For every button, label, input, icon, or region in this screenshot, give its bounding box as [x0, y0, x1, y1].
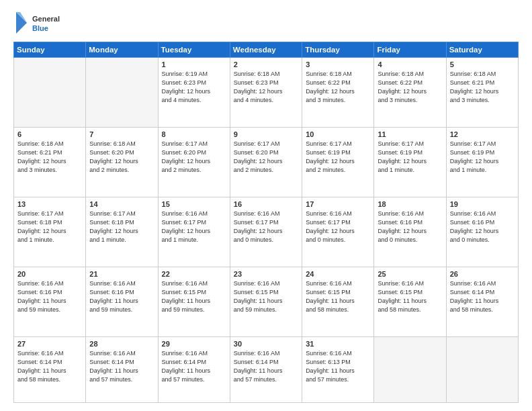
day-number: 31	[306, 340, 370, 348]
day-number: 30	[234, 340, 298, 348]
day-number: 8	[162, 130, 226, 138]
svg-text:General: General	[32, 15, 60, 23]
day-number: 13	[17, 200, 82, 208]
day-info: Sunrise: 6:16 AM Sunset: 6:13 PM Dayligh…	[306, 349, 370, 384]
day-info: Sunrise: 6:16 AM Sunset: 6:15 PM Dayligh…	[234, 279, 298, 314]
page-header: General Blue	[13, 11, 519, 35]
day-number: 19	[450, 200, 515, 208]
day-info: Sunrise: 6:18 AM Sunset: 6:23 PM Dayligh…	[234, 70, 298, 105]
day-info: Sunrise: 6:17 AM Sunset: 6:19 PM Dayligh…	[450, 140, 515, 175]
calendar-cell: 25Sunrise: 6:16 AM Sunset: 6:15 PM Dayli…	[374, 267, 446, 337]
day-info: Sunrise: 6:18 AM Sunset: 6:21 PM Dayligh…	[450, 70, 515, 105]
calendar-cell: 14Sunrise: 6:17 AM Sunset: 6:18 PM Dayli…	[86, 197, 158, 267]
day-info: Sunrise: 6:16 AM Sunset: 6:14 PM Dayligh…	[89, 349, 154, 384]
calendar-cell	[446, 337, 518, 403]
calendar-week-row: 1Sunrise: 6:19 AM Sunset: 6:23 PM Daylig…	[14, 58, 519, 128]
day-info: Sunrise: 6:16 AM Sunset: 6:17 PM Dayligh…	[306, 210, 370, 244]
calendar-cell: 12Sunrise: 6:17 AM Sunset: 6:19 PM Dayli…	[446, 128, 518, 197]
day-number: 29	[162, 340, 226, 348]
calendar-cell: 19Sunrise: 6:16 AM Sunset: 6:16 PM Dayli…	[446, 197, 518, 267]
day-number: 17	[306, 200, 370, 208]
day-info: Sunrise: 6:17 AM Sunset: 6:18 PM Dayligh…	[17, 210, 82, 244]
day-info: Sunrise: 6:19 AM Sunset: 6:23 PM Dayligh…	[162, 70, 226, 105]
calendar-cell: 2Sunrise: 6:18 AM Sunset: 6:23 PM Daylig…	[230, 58, 302, 128]
calendar-cell: 3Sunrise: 6:18 AM Sunset: 6:22 PM Daylig…	[302, 58, 374, 128]
calendar-cell: 18Sunrise: 6:16 AM Sunset: 6:16 PM Dayli…	[374, 197, 446, 267]
calendar-cell: 13Sunrise: 6:17 AM Sunset: 6:18 PM Dayli…	[14, 197, 86, 267]
weekday-header-thursday: Thursday	[302, 42, 374, 58]
day-number: 21	[89, 270, 154, 278]
calendar-cell: 29Sunrise: 6:16 AM Sunset: 6:14 PM Dayli…	[158, 337, 230, 403]
day-info: Sunrise: 6:16 AM Sunset: 6:17 PM Dayligh…	[234, 210, 298, 244]
day-number: 11	[378, 130, 442, 138]
calendar-cell: 30Sunrise: 6:16 AM Sunset: 6:14 PM Dayli…	[230, 337, 302, 403]
calendar-cell: 4Sunrise: 6:18 AM Sunset: 6:22 PM Daylig…	[374, 58, 446, 128]
calendar-cell: 1Sunrise: 6:19 AM Sunset: 6:23 PM Daylig…	[158, 58, 230, 128]
day-number: 25	[378, 270, 442, 278]
day-number: 10	[306, 130, 370, 138]
day-info: Sunrise: 6:18 AM Sunset: 6:22 PM Dayligh…	[306, 70, 370, 105]
day-info: Sunrise: 6:17 AM Sunset: 6:20 PM Dayligh…	[162, 140, 226, 175]
calendar-cell	[86, 58, 158, 128]
calendar-cell: 8Sunrise: 6:17 AM Sunset: 6:20 PM Daylig…	[158, 128, 230, 197]
calendar-cell: 22Sunrise: 6:16 AM Sunset: 6:15 PM Dayli…	[158, 267, 230, 337]
calendar-cell: 28Sunrise: 6:16 AM Sunset: 6:14 PM Dayli…	[86, 337, 158, 403]
day-info: Sunrise: 6:16 AM Sunset: 6:14 PM Dayligh…	[450, 279, 515, 314]
day-info: Sunrise: 6:17 AM Sunset: 6:19 PM Dayligh…	[306, 140, 370, 175]
day-number: 12	[450, 130, 515, 138]
day-number: 15	[162, 200, 226, 208]
day-info: Sunrise: 6:18 AM Sunset: 6:21 PM Dayligh…	[17, 140, 82, 175]
day-info: Sunrise: 6:16 AM Sunset: 6:16 PM Dayligh…	[378, 210, 442, 244]
day-number: 24	[306, 270, 370, 278]
calendar-body: 1Sunrise: 6:19 AM Sunset: 6:23 PM Daylig…	[14, 58, 519, 403]
day-info: Sunrise: 6:16 AM Sunset: 6:16 PM Dayligh…	[89, 279, 154, 314]
day-info: Sunrise: 6:18 AM Sunset: 6:20 PM Dayligh…	[89, 140, 154, 175]
calendar-cell: 11Sunrise: 6:17 AM Sunset: 6:19 PM Dayli…	[374, 128, 446, 197]
calendar-cell: 5Sunrise: 6:18 AM Sunset: 6:21 PM Daylig…	[446, 58, 518, 128]
weekday-header-tuesday: Tuesday	[158, 42, 230, 58]
day-number: 22	[162, 270, 226, 278]
day-info: Sunrise: 6:16 AM Sunset: 6:16 PM Dayligh…	[450, 210, 515, 244]
calendar-cell: 15Sunrise: 6:16 AM Sunset: 6:17 PM Dayli…	[158, 197, 230, 267]
calendar-week-row: 13Sunrise: 6:17 AM Sunset: 6:18 PM Dayli…	[14, 197, 519, 267]
day-number: 16	[234, 200, 298, 208]
calendar-cell: 27Sunrise: 6:16 AM Sunset: 6:14 PM Dayli…	[14, 337, 86, 403]
day-info: Sunrise: 6:16 AM Sunset: 6:15 PM Dayligh…	[306, 279, 370, 314]
day-info: Sunrise: 6:16 AM Sunset: 6:14 PM Dayligh…	[234, 349, 298, 384]
weekday-header-sunday: Sunday	[14, 42, 86, 58]
calendar-week-row: 6Sunrise: 6:18 AM Sunset: 6:21 PM Daylig…	[14, 128, 519, 197]
day-number: 26	[450, 270, 515, 278]
svg-text:Blue: Blue	[32, 24, 48, 32]
day-info: Sunrise: 6:16 AM Sunset: 6:15 PM Dayligh…	[162, 279, 226, 314]
day-number: 6	[17, 130, 82, 138]
calendar-cell: 20Sunrise: 6:16 AM Sunset: 6:16 PM Dayli…	[14, 267, 86, 337]
day-number: 5	[450, 60, 515, 68]
day-info: Sunrise: 6:16 AM Sunset: 6:15 PM Dayligh…	[378, 279, 442, 314]
calendar-table: SundayMondayTuesdayWednesdayThursdayFrid…	[13, 42, 519, 403]
calendar-cell: 31Sunrise: 6:16 AM Sunset: 6:13 PM Dayli…	[302, 337, 374, 403]
logo: General Blue	[13, 11, 74, 35]
weekday-header-monday: Monday	[86, 42, 158, 58]
weekday-header-wednesday: Wednesday	[230, 42, 302, 58]
day-info: Sunrise: 6:17 AM Sunset: 6:18 PM Dayligh…	[89, 210, 154, 244]
calendar-cell: 16Sunrise: 6:16 AM Sunset: 6:17 PM Dayli…	[230, 197, 302, 267]
calendar-cell: 17Sunrise: 6:16 AM Sunset: 6:17 PM Dayli…	[302, 197, 374, 267]
weekday-header-row: SundayMondayTuesdayWednesdayThursdayFrid…	[14, 42, 519, 58]
weekday-header-saturday: Saturday	[446, 42, 518, 58]
day-number: 1	[162, 60, 226, 68]
day-number: 27	[17, 340, 82, 348]
calendar-cell: 23Sunrise: 6:16 AM Sunset: 6:15 PM Dayli…	[230, 267, 302, 337]
day-number: 28	[89, 340, 154, 348]
day-info: Sunrise: 6:16 AM Sunset: 6:14 PM Dayligh…	[162, 349, 226, 384]
calendar-cell: 10Sunrise: 6:17 AM Sunset: 6:19 PM Dayli…	[302, 128, 374, 197]
weekday-header-friday: Friday	[374, 42, 446, 58]
day-info: Sunrise: 6:17 AM Sunset: 6:20 PM Dayligh…	[234, 140, 298, 175]
calendar-header: SundayMondayTuesdayWednesdayThursdayFrid…	[14, 42, 519, 58]
day-number: 3	[306, 60, 370, 68]
calendar-cell: 6Sunrise: 6:18 AM Sunset: 6:21 PM Daylig…	[14, 128, 86, 197]
day-info: Sunrise: 6:16 AM Sunset: 6:16 PM Dayligh…	[17, 279, 82, 314]
day-number: 23	[234, 270, 298, 278]
calendar-week-row: 27Sunrise: 6:16 AM Sunset: 6:14 PM Dayli…	[14, 337, 519, 403]
day-number: 7	[89, 130, 154, 138]
calendar-cell: 24Sunrise: 6:16 AM Sunset: 6:15 PM Dayli…	[302, 267, 374, 337]
